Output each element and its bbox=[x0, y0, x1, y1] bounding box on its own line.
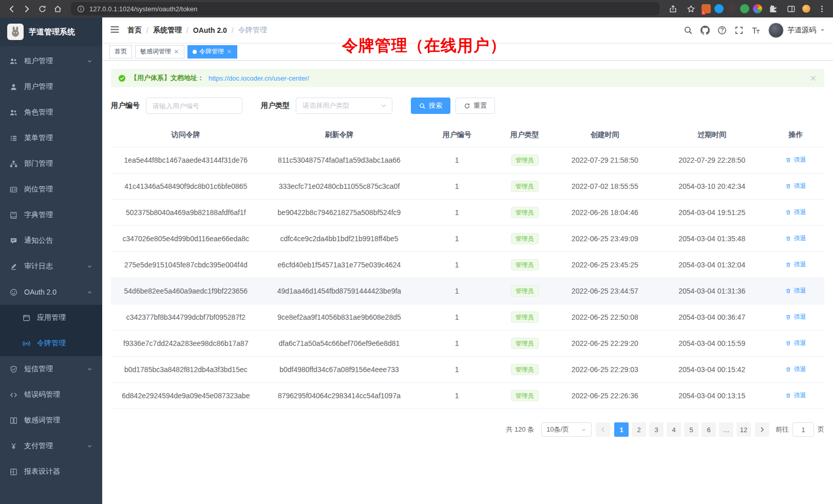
home-icon[interactable] bbox=[50, 2, 65, 15]
site-info-icon[interactable] bbox=[77, 5, 85, 13]
bookmark-star-icon[interactable] bbox=[684, 2, 698, 15]
cell-refresh-token: 811c530487574fa0af1a59d3abc1aa66 bbox=[261, 147, 418, 173]
cell-access-token: b0d1785bc3a8482f812db4a3f3bd15ec bbox=[111, 357, 261, 383]
profile-avatar[interactable] bbox=[802, 4, 811, 13]
extensions-puzzle-icon[interactable] bbox=[766, 2, 780, 15]
sidebar-item-sms[interactable]: 短信管理 bbox=[0, 356, 102, 382]
sidebar-item-menu[interactable]: 菜单管理 bbox=[0, 125, 102, 151]
sidebar-item-sensitive-word[interactable]: 敏感词管理 bbox=[0, 408, 102, 433]
share-icon[interactable] bbox=[666, 2, 680, 15]
page-button-2[interactable]: 2 bbox=[632, 422, 646, 437]
sidebar-item-oauth2-token[interactable]: 令牌管理 bbox=[0, 331, 102, 356]
sidebar-item-post[interactable]: 岗位管理 bbox=[0, 177, 102, 202]
sidebar-item-dict[interactable]: 字典管理 bbox=[0, 202, 102, 228]
url-bar[interactable]: 127.0.0.1:1024/system/oauth2/token bbox=[71, 2, 659, 15]
sidebar-item-oauth2[interactable]: OAuth 2.0 bbox=[0, 279, 102, 305]
tab-home[interactable]: 首页 bbox=[109, 45, 132, 59]
forward-icon[interactable] bbox=[20, 2, 34, 15]
user-name: 芋道源码 bbox=[787, 26, 816, 35]
browser-menu-icon[interactable] bbox=[815, 2, 829, 15]
page-button-3[interactable]: 3 bbox=[649, 422, 664, 437]
search-icon[interactable] bbox=[684, 26, 693, 35]
github-icon[interactable] bbox=[701, 26, 710, 35]
cell-user-id: 1 bbox=[418, 383, 496, 409]
next-page-button[interactable] bbox=[755, 422, 769, 437]
chevron-down-icon bbox=[581, 427, 586, 433]
sidebar-item-report-designer[interactable]: 报表设计器 bbox=[0, 459, 102, 484]
extension-5-icon[interactable] bbox=[753, 4, 762, 13]
force-logout-button[interactable]: 强退 bbox=[785, 260, 806, 269]
page-button-1[interactable]: 1 bbox=[614, 422, 629, 437]
page-button-5[interactable]: 5 bbox=[684, 422, 698, 437]
sidebar-item-role[interactable]: 角色管理 bbox=[0, 100, 102, 125]
sidebar-item-label: 部门管理 bbox=[24, 159, 53, 168]
force-logout-button[interactable]: 强退 bbox=[785, 208, 806, 217]
breadcrumb-item[interactable]: OAuth 2.0 bbox=[193, 26, 227, 34]
cell-access-token: c342377bf8b344799dcbf7bf095287f2 bbox=[111, 304, 261, 331]
sidebar-item-oauth2-app[interactable]: 应用管理 bbox=[0, 305, 102, 331]
cell-created-time: 2022-06-25 22:26:36 bbox=[553, 383, 656, 409]
hamburger-icon[interactable] bbox=[110, 25, 120, 36]
force-logout-button[interactable]: 强退 bbox=[785, 234, 806, 243]
force-logout-button[interactable]: 强退 bbox=[785, 339, 806, 347]
extension-2-icon[interactable] bbox=[714, 4, 724, 13]
reload-icon[interactable] bbox=[35, 2, 49, 15]
more-pages-button[interactable]: … bbox=[719, 422, 733, 437]
font-size-icon[interactable] bbox=[751, 26, 761, 35]
trash-icon bbox=[785, 157, 791, 163]
fullscreen-icon[interactable] bbox=[734, 26, 744, 35]
sidebar-item-tenant[interactable]: 租户管理 bbox=[0, 48, 102, 74]
tab-token[interactable]: 令牌管理 bbox=[187, 45, 237, 59]
breadcrumb-separator: / bbox=[146, 26, 148, 34]
side-panel-icon[interactable] bbox=[784, 2, 798, 15]
cell-expire-time: 2054-03-04 01:31:36 bbox=[657, 278, 767, 304]
token-table: 访问令牌刷新令牌用户编号用户类型创建时间过期时间操作 1ea5e44f8bc14… bbox=[111, 123, 824, 409]
sidebar-item-user[interactable]: 用户管理 bbox=[0, 74, 102, 100]
back-icon[interactable] bbox=[4, 2, 18, 15]
page-size-select[interactable]: 10条/页 bbox=[541, 422, 592, 437]
sidebar-item-error-code[interactable]: 错误码管理 bbox=[0, 382, 102, 408]
tab-sensitive-word[interactable]: 敏感词管理 bbox=[135, 45, 184, 59]
sidebar-item-label: 敏感词管理 bbox=[24, 416, 60, 425]
extension-1-icon[interactable]: 0 bbox=[702, 4, 711, 13]
force-logout-button[interactable]: 强退 bbox=[785, 156, 806, 164]
banner-doc-link[interactable]: https://doc.iocoder.cn/user-center/ bbox=[209, 74, 309, 82]
force-logout-button[interactable]: 强退 bbox=[785, 365, 806, 374]
user-type-select[interactable]: 请选择用户类型 bbox=[296, 98, 392, 114]
trash-icon bbox=[785, 366, 791, 373]
banner-close-icon[interactable] bbox=[809, 74, 817, 82]
extension-4-icon[interactable] bbox=[740, 4, 749, 13]
sidebar-item-audit-log[interactable]: 审计日志 bbox=[0, 254, 102, 279]
menu-icon bbox=[10, 134, 17, 142]
sms-icon bbox=[10, 365, 17, 373]
breadcrumb-item[interactable]: 系统管理 bbox=[153, 26, 182, 35]
extension-3-icon[interactable] bbox=[727, 4, 736, 13]
page-button-12[interactable]: 12 bbox=[736, 422, 751, 437]
cell-expire-time: 2054-03-04 00:36:47 bbox=[657, 304, 767, 331]
user-id-input[interactable] bbox=[146, 98, 242, 114]
sidebar-item-pay[interactable]: 支付管理 bbox=[0, 433, 102, 459]
goto-page-input[interactable] bbox=[792, 422, 814, 437]
help-icon[interactable] bbox=[717, 26, 727, 35]
sidebar-item-notice[interactable]: 通知公告 bbox=[0, 228, 102, 254]
reset-button[interactable]: 重置 bbox=[456, 98, 495, 114]
app-logo[interactable]: 芋道管理系统 bbox=[0, 17, 102, 46]
force-logout-button[interactable]: 强退 bbox=[785, 182, 806, 190]
breadcrumb: 首页/系统管理/OAuth 2.0/令牌管理 bbox=[127, 26, 267, 35]
sidebar-item-dept[interactable]: 部门管理 bbox=[0, 151, 102, 177]
search-button[interactable]: 搜索 bbox=[411, 98, 450, 114]
force-logout-button[interactable]: 强退 bbox=[785, 286, 806, 295]
cell-user-id: 1 bbox=[418, 226, 496, 252]
breadcrumb-item[interactable]: 首页 bbox=[127, 26, 142, 35]
cell-access-token: 1ea5e44f8bc1467aaede43144f31de76 bbox=[111, 147, 261, 173]
user-type-placeholder: 请选择用户类型 bbox=[302, 101, 349, 110]
prev-page-button[interactable] bbox=[596, 422, 610, 437]
cell-expire-time: 2054-03-04 00:15:59 bbox=[657, 331, 767, 357]
force-logout-button[interactable]: 强退 bbox=[785, 391, 806, 400]
user-type-badge: 管理员 bbox=[511, 207, 539, 218]
force-logout-button[interactable]: 强退 bbox=[785, 313, 806, 321]
user-menu[interactable]: 芋道源码 bbox=[768, 23, 825, 38]
page-button-6[interactable]: 6 bbox=[702, 422, 716, 437]
tab-close-icon bbox=[174, 49, 179, 54]
page-button-4[interactable]: 4 bbox=[667, 422, 681, 437]
